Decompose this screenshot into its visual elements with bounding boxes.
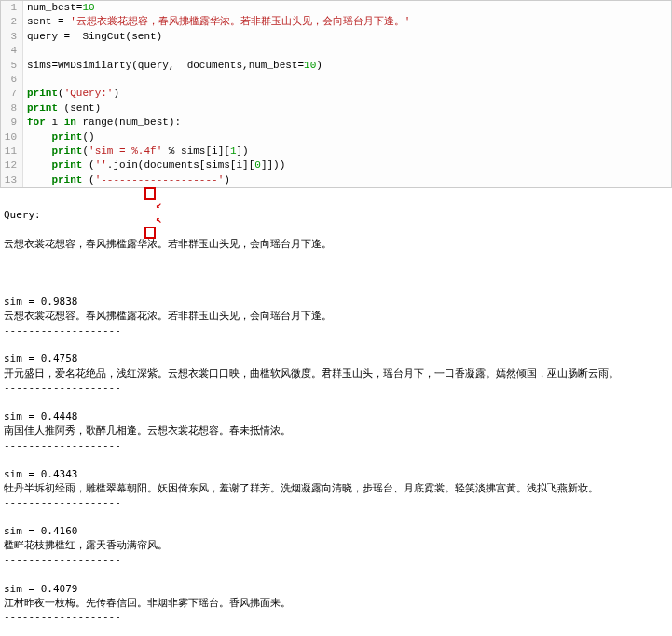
separator: ------------------- xyxy=(4,438,668,452)
output-pane: Query: 云想衣裳花想容，春风拂槛露华浓。若非群玉山头见，会向瑶台月下逢。 … xyxy=(0,192,672,636)
separator: ------------------- xyxy=(4,553,668,567)
separator: ------------------- xyxy=(4,495,668,509)
gutter-line: 4 xyxy=(1,44,23,58)
sim-value: sim = 0.4160 xyxy=(4,524,668,538)
result-text: 南国佳人推阿秀，歌醉几相逢。云想衣裳花想容。春未抵情浓。 xyxy=(4,423,668,437)
separator: ------------------- xyxy=(4,610,668,624)
sim-value: sim = 0.4448 xyxy=(4,409,668,423)
sim-value: sim = 0.4758 xyxy=(4,352,668,366)
code-line-12[interactable]: print (''.join(documents[sims[i][0]])) xyxy=(23,159,285,173)
sim-value: sim = 0.9838 xyxy=(4,295,668,309)
result-text: 云想衣裳花想容。春风拂槛露花浓。若非群玉山头见，会向瑶台月下逢。 xyxy=(4,309,668,323)
result-text: 开元盛日，爱名花绝品，浅红深紫。云想衣裳口口映，曲槛软风微度。君群玉山头，瑶台月… xyxy=(4,366,668,380)
result-text: 江村昨夜一枝梅。先传春信回。非烟非雾下瑶台。香风拂面来。 xyxy=(4,596,668,610)
separator: ------------------- xyxy=(4,324,668,338)
gutter-line: 7 xyxy=(1,87,23,101)
gutter-line: 13 xyxy=(1,173,23,187)
results-list: sim = 0.9838云想衣裳花想容。春风拂槛露花浓。若非群玉山头见，会向瑶台… xyxy=(4,295,668,636)
code-line-6[interactable] xyxy=(23,73,27,87)
gutter-line: 12 xyxy=(1,159,23,173)
result-text: 牡丹半坼初经雨，雕槛翠幕朝阳。妖困倚东风，羞谢了群芳。洗烟凝露向清晓，步瑶台、月… xyxy=(4,481,668,495)
gutter-line: 11 xyxy=(1,145,23,159)
code-line-5[interactable]: sims=WMDsimilarty(query, documents,num_b… xyxy=(23,59,322,73)
code-line-7[interactable]: print('Query:') xyxy=(23,87,119,101)
query-text: 云想衣裳花想容，春风拂槛露华浓。若非群玉山头见，会向瑶台月下逢。 xyxy=(4,237,668,251)
code-line-13[interactable]: print ('-------------------') xyxy=(23,173,230,187)
code-line-11[interactable]: print('sim = %.4f' % sims[i][1]) xyxy=(23,145,249,159)
code-line-4[interactable] xyxy=(23,44,27,58)
code-line-10[interactable]: print() xyxy=(23,131,95,145)
gutter-line: 6 xyxy=(1,73,23,87)
code-editor[interactable]: 1 num_best=10 2 sent = '云想衣裳花想容，春风拂槛露华浓。… xyxy=(0,0,672,188)
result-text: 槛畔花枝拂槛红，露天香动满帘风。 xyxy=(4,538,668,552)
code-line-2[interactable]: sent = '云想衣裳花想容，春风拂槛露华浓。若非群玉山头见，会向瑶台月下逢。… xyxy=(23,15,410,29)
gutter-line: 1 xyxy=(1,1,23,15)
query-label: Query: xyxy=(4,208,668,222)
gutter-line: 9 xyxy=(1,116,23,130)
code-line-3[interactable]: query = SingCut(sent) xyxy=(23,30,162,44)
sim-value: sim = 0.4343 xyxy=(4,467,668,481)
sim-value: sim = 0.4079 xyxy=(4,582,668,596)
gutter-line: 3 xyxy=(1,30,23,44)
separator: ------------------- xyxy=(4,380,668,394)
gutter-line: 8 xyxy=(1,102,23,116)
gutter-line: 5 xyxy=(1,59,23,73)
code-line-9[interactable]: for i in range(num_best): xyxy=(23,116,181,130)
code-line-1[interactable]: num_best=10 xyxy=(23,1,95,15)
gutter-line: 2 xyxy=(1,15,23,29)
gutter-line: 10 xyxy=(1,131,23,145)
code-line-8[interactable]: print (sent) xyxy=(23,102,101,116)
